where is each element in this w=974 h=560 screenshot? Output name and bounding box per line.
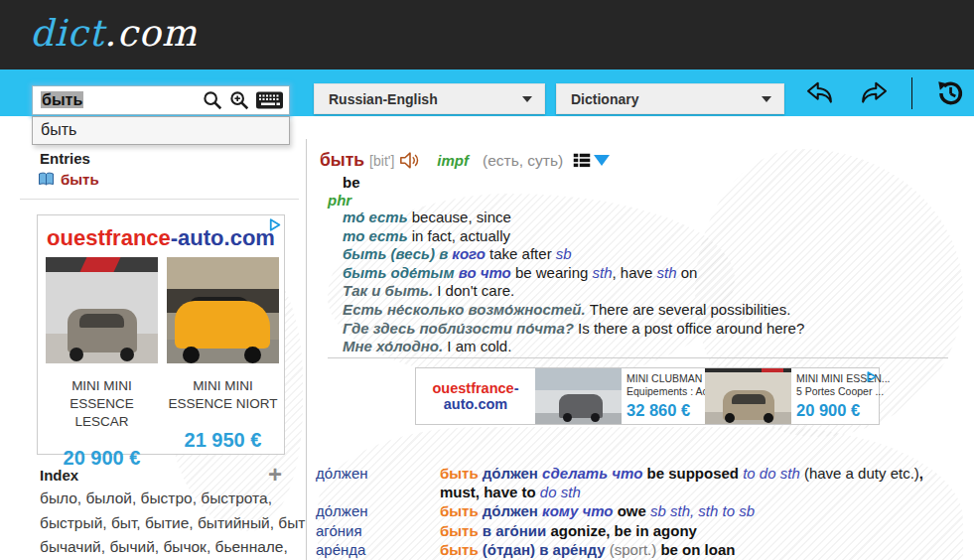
logo-dict: dict	[30, 12, 104, 55]
entry-translation: be	[343, 174, 360, 191]
ad-item-title: MINI MINIESSENCE LESCAR	[46, 377, 158, 431]
text-segment: in fact, actually	[412, 227, 510, 244]
search-input[interactable]: быть	[41, 91, 197, 109]
ad-item[interactable]: MINI MINIESSENCE LESCAR 20 900 €	[46, 257, 158, 470]
sidebar-ad[interactable]: ouestfrance-auto.com MINI MINIESSENCE LE…	[37, 214, 285, 455]
ad-domain-blue: -auto.com	[171, 225, 275, 250]
text-segment: be wearing	[515, 264, 593, 281]
site-logo[interactable]: dict.com	[30, 12, 198, 55]
related-entries: до́лжен быть до́лжен сделать что be supp…	[316, 464, 966, 559]
text-segment: to do sth	[743, 465, 804, 482]
suggestion-item[interactable]: быть	[33, 117, 289, 144]
text-segment: I don't care.	[437, 282, 514, 299]
text-segment: sth	[657, 264, 677, 281]
banner-item-line: MINI CLUBMAN E...	[626, 372, 705, 385]
text-segment: во что	[459, 264, 515, 281]
search-box[interactable]: быть	[32, 85, 290, 115]
text-segment: agonize, be in agony	[550, 522, 697, 539]
related-headword[interactable]: до́лжен	[316, 501, 440, 520]
related-headword[interactable]: аре́нда	[316, 540, 440, 559]
text-segment: , have	[613, 264, 657, 281]
banner-car-image-grey[interactable]	[535, 368, 622, 424]
phrase-line: то есть in fact, actually	[343, 227, 948, 246]
entries-heading: Entries	[40, 150, 90, 167]
adchoices-icon[interactable]	[865, 369, 878, 387]
text-segment: кого	[452, 245, 489, 262]
phrase-line: быть оде́тым во что be wearing sth, have…	[343, 264, 948, 283]
zoom-in-icon[interactable]	[228, 89, 250, 111]
text-segment: быть	[440, 502, 483, 519]
related-row: до́лжен быть до́лжен сделать что be supp…	[316, 464, 966, 501]
text-segment: Есть не́сколько возмо́жностей.	[343, 301, 590, 318]
book-icon	[38, 172, 55, 187]
redo-arrow-icon[interactable]	[858, 79, 890, 107]
related-headword[interactable]: аго́ния	[316, 521, 440, 540]
text-segment: be supposed	[647, 465, 744, 482]
phrase-line: то́ есть because, since	[343, 209, 948, 227]
phrase-line: Есть не́сколько возмо́жностей. There are…	[343, 301, 948, 320]
expand-triangle-icon[interactable]	[594, 155, 610, 166]
index-heading: Index	[40, 467, 78, 484]
banner-item[interactable]: MINI MINI ESSEN... 5 Portes Cooper ... 2…	[791, 372, 875, 420]
related-row: аре́нда быть (о́тдан) в аре́нду (sport.)…	[316, 540, 966, 559]
text-segment: be on loan	[660, 541, 735, 558]
undo-arrow-icon[interactable]	[804, 79, 836, 107]
suggestion-dropdown: быть	[32, 116, 290, 145]
text-segment: sb sth, sth to sb	[650, 502, 755, 519]
banner-item[interactable]: MINI CLUBMAN E... Equipements : Ac... 32…	[622, 372, 705, 420]
text-segment: быть	[440, 522, 483, 539]
text-segment: быть	[440, 465, 483, 482]
selected-search-text: быть	[41, 91, 83, 108]
ad-domain-red: ouestfrance	[47, 225, 171, 250]
text-segment: (sport.)	[610, 541, 661, 558]
banner-car-image-beige[interactable]	[705, 368, 791, 424]
sidebar-divider	[20, 199, 299, 200]
search-icon[interactable]	[202, 89, 223, 111]
text-segment: Is there a post office around here?	[578, 320, 804, 337]
text-segment: on	[677, 264, 698, 281]
text-segment: do sth	[540, 484, 581, 500]
text-segment: Где здесь побли́зости по́чта?	[343, 320, 578, 337]
index-line[interactable]: быстрый, быт, бытие, бытийный, быть,	[40, 511, 306, 536]
header-bar: dict.com	[0, 0, 974, 70]
text-segment: because, since	[412, 209, 511, 225]
index-line[interactable]: бычачий, бычий, бычок, бьеннале,	[40, 535, 306, 560]
chevron-down-icon	[522, 96, 532, 102]
banner-item-line: 5 Portes Cooper ...	[796, 385, 875, 398]
sidebar-entry-link[interactable]: быть	[38, 171, 99, 188]
entry-headword: быть	[320, 150, 364, 171]
toolbar-divider	[911, 77, 912, 109]
dictionary-select-value: Dictionary	[571, 91, 638, 107]
text-segment: owe	[618, 502, 650, 519]
banner-item-price: 20 900 €	[796, 401, 875, 420]
text-segment: sth	[593, 264, 613, 281]
phrase-line: быть (весь) в кого take after sb	[343, 245, 948, 264]
page: dict.com быть Russian-English Dictionary	[0, 0, 974, 560]
keyboard-icon[interactable]	[255, 90, 284, 110]
text-segment: Мне хо́лодно.	[343, 338, 447, 354]
section-divider	[328, 357, 948, 358]
language-select[interactable]: Russian-English	[314, 83, 545, 114]
ad-car-image-yellow[interactable]	[167, 257, 279, 363]
text-segment: There are several possibilities.	[590, 301, 791, 318]
history-icon[interactable]	[934, 77, 966, 109]
ad-domain-link[interactable]: ouestfrance-auto.com	[38, 225, 284, 251]
related-headword[interactable]: до́лжен	[316, 464, 440, 501]
language-select-value: Russian-English	[329, 91, 438, 107]
phrase-list: то́ есть because, since то есть in fact,…	[343, 209, 948, 356]
ad-banner[interactable]: ouestfrance-auto.com MINI CLUBMAN E... E…	[415, 367, 880, 425]
dictionary-select[interactable]: Dictionary	[556, 83, 784, 114]
text-segment: быть оде́тым	[343, 264, 459, 281]
phrases-label: phr	[328, 192, 351, 209]
audio-speaker-icon[interactable]	[399, 151, 421, 170]
ad-car-image-grey[interactable]	[46, 257, 158, 363]
related-definition: быть до́лжен сделать что be supposed to …	[440, 464, 966, 501]
ad-item-price: 21 950 €	[167, 429, 279, 452]
phrase-line: Так и быть. I don't care.	[343, 282, 948, 301]
text-segment: I am cold.	[447, 338, 511, 354]
list-view-icon[interactable]	[573, 152, 591, 169]
banner-domain-link[interactable]: ouestfrance-auto.com	[416, 380, 535, 412]
ad-item[interactable]: MINI MINIESSENCE NIORT 21 950 €	[167, 257, 279, 470]
expand-index-button[interactable]: +	[268, 465, 282, 485]
index-line[interactable]: было, былой, быстро, быстрота,	[40, 487, 306, 511]
